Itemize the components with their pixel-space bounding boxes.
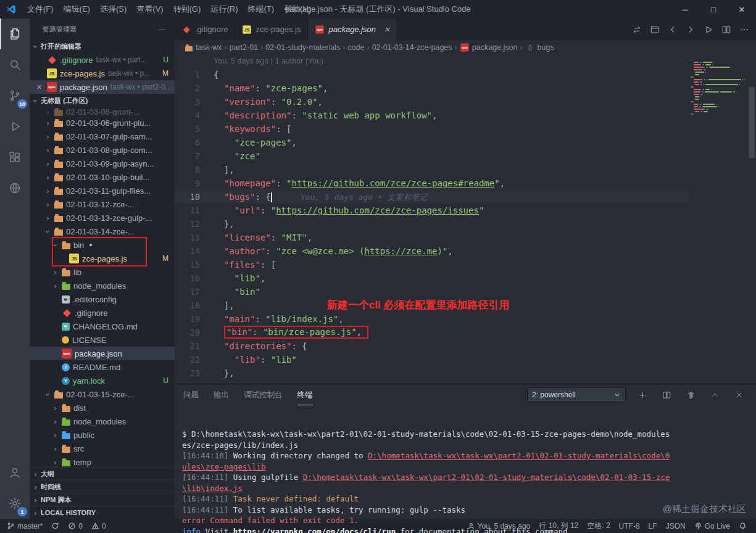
breadcrumb-item[interactable]: npmpackage.json	[460, 43, 518, 52]
code-line[interactable]: 9 "homepage": "https://github.com/zce/zc…	[175, 176, 689, 190]
code-line[interactable]: 7 "zce"	[175, 149, 689, 163]
panel-tab-调试控制台[interactable]: 调试控制台	[244, 384, 283, 405]
activity-bar-item-explorer[interactable]	[0, 19, 30, 49]
go-back-button[interactable]	[664, 21, 681, 38]
code-line[interactable]: 4 "description": "static web app workflo…	[175, 109, 689, 122]
tree-item[interactable]: ›02-01-03-15-zce-...	[30, 387, 175, 401]
menu-item[interactable]: 选择(S)	[95, 0, 131, 19]
breadcrumb-item[interactable]: code	[347, 43, 364, 52]
run-code-button[interactable]	[700, 21, 717, 38]
workspace-header[interactable]: › 无标题 (工作区)	[30, 94, 175, 107]
code-editor[interactable]: 1{2 "name": "zce-pages",3 "version": "0.…	[175, 68, 689, 380]
panel-tab-终端[interactable]: 终端	[297, 384, 313, 405]
editor-tab[interactable]: npmpackage.json✕	[308, 19, 397, 40]
code-line[interactable]: 12 },	[175, 217, 689, 231]
code-line[interactable]: 23 },	[175, 366, 689, 380]
code-line[interactable]: 3 "version": "0.2.0",	[175, 95, 689, 109]
tree-item[interactable]: ›bin●	[30, 238, 175, 252]
open-editor-item[interactable]: .gitignoretask-wx • part...U	[30, 53, 175, 67]
tree-item[interactable]: ›node_modules	[30, 279, 175, 292]
tree-item[interactable]: ›02-01-03-11-gulp-files...	[30, 184, 175, 197]
close-icon[interactable]: ✕	[384, 25, 390, 34]
split-editor-button[interactable]	[718, 21, 734, 38]
tree-item[interactable]: ›02-01-03-07-gulp-sam...	[30, 130, 175, 143]
kill-terminal-button[interactable]	[683, 387, 699, 403]
tree-item[interactable]: ›02-01-03-12-zce-...	[30, 197, 175, 211]
tree-item[interactable]: ›lib	[30, 265, 175, 279]
menu-item[interactable]: 转到(G)	[168, 0, 206, 19]
tree-item[interactable]: ›dist	[30, 401, 175, 415]
sidebar-section-NPM 脚本[interactable]: ›NPM 脚本	[30, 493, 175, 506]
code-line[interactable]: 15 "files": [	[175, 258, 689, 271]
code-line[interactable]: 20 "bin": "bin/zce-pages.js",	[175, 326, 689, 339]
tree-item[interactable]: ›02-01-03-06-grunt-...	[30, 107, 175, 116]
editor-tab[interactable]: JSzce-pages.js	[235, 19, 308, 40]
tree-item[interactable]: JSzce-pages.jsM	[30, 252, 175, 265]
split-terminal-button[interactable]	[658, 387, 675, 403]
minimize-button[interactable]: ─	[671, 0, 699, 19]
go-forward-button[interactable]	[682, 21, 699, 38]
code-line[interactable]: 11 "url": "https://github.com/zce/zce-pa…	[175, 204, 689, 217]
tree-item[interactable]: ›02-01-03-10-gulp-buil...	[30, 170, 175, 184]
open-editors-header[interactable]: › 打开的编辑器	[30, 39, 175, 53]
new-terminal-button[interactable]	[634, 387, 651, 403]
breadcrumb-item[interactable]: task-wx	[185, 43, 222, 52]
sidebar-section-LOCAL HISTORY[interactable]: ›LOCAL HISTORY	[30, 506, 175, 519]
code-line[interactable]: 13 "license": "MIT",	[175, 231, 689, 244]
code-line[interactable]: 1{	[175, 68, 689, 81]
terminal[interactable]: $ D:\hometask\task-wx\task-wx\part2-01\0…	[175, 405, 756, 519]
breadcrumb-item[interactable]: 02-01-study-materials	[265, 43, 340, 52]
breadcrumb-item[interactable]: {}bugs	[525, 43, 554, 52]
open-changes-button[interactable]	[628, 21, 645, 38]
activity-bar-item-run-and-debug[interactable]	[0, 111, 30, 142]
code-line[interactable]: 10 "bugs": {You, 5 days ago • 文案和笔记	[175, 190, 689, 204]
menu-item[interactable]: 编辑(E)	[59, 0, 95, 19]
activity-bar-item-settings[interactable]: 1	[0, 488, 30, 519]
activity-bar-item-source-control[interactable]: 10	[0, 80, 30, 111]
close-button[interactable]: ✕	[728, 0, 756, 19]
tree-item[interactable]: ›src	[30, 442, 175, 455]
tree-item[interactable]: ›02-01-03-09-gulp-asyn...	[30, 157, 175, 170]
maximize-panel-button[interactable]	[707, 387, 723, 403]
tree-item[interactable]: Yyarn.lockU	[30, 374, 175, 387]
scrollbar-thumb[interactable]	[749, 87, 755, 158]
close-panel-button[interactable]	[731, 387, 747, 403]
git-branch-status[interactable]: master*	[2, 519, 47, 533]
tree-item[interactable]: npmpackage.json	[30, 347, 175, 360]
maximize-button[interactable]: □	[699, 0, 728, 19]
tree-item[interactable]: ›node_modules	[30, 415, 175, 428]
activity-bar-item-account[interactable]	[0, 457, 30, 488]
code-line[interactable]: 5 "keywords": [	[175, 122, 689, 136]
more-actions-button[interactable]	[736, 21, 752, 38]
activity-bar-item-remote-explorer[interactable]	[0, 173, 30, 204]
tree-item[interactable]: ≡CHANGELOG.md	[30, 320, 175, 333]
code-line[interactable]: 19 "main": "lib/index.js",	[175, 312, 689, 326]
warnings-status[interactable]: 0	[87, 519, 110, 533]
tree-item[interactable]: iREADME.md	[30, 360, 175, 374]
tree-item[interactable]: .gitignore	[30, 306, 175, 320]
tree-item[interactable]: ›public	[30, 428, 175, 442]
minimap[interactable]	[689, 55, 747, 384]
tree-item[interactable]: ›02-01-03-14-zce-...	[30, 225, 175, 238]
sidebar-section-大纲[interactable]: ›大纲	[30, 467, 175, 480]
code-line[interactable]: 22 "lib": "lib"	[175, 353, 689, 366]
code-line[interactable]: 14 "author": "zce <w@zce.me> (https://zc…	[175, 244, 689, 258]
breadcrumb-item[interactable]: 02-01-03-14-zce-pages	[372, 43, 452, 52]
code-line[interactable]: 18 ],新建一个cli 必须在配置里添加路径引用	[175, 299, 689, 312]
code-line[interactable]: 2 "name": "zce-pages",	[175, 81, 689, 95]
activity-bar-item-extensions[interactable]	[0, 142, 30, 173]
panel-tab-输出[interactable]: 输出	[214, 384, 229, 405]
code-line[interactable]: 17 "bin"	[175, 285, 689, 299]
sync-status[interactable]	[47, 519, 64, 533]
menu-item[interactable]: 文件(F)	[22, 0, 59, 19]
breadcrumb-item[interactable]: part2-01	[230, 43, 259, 52]
code-line[interactable]: 21 "directories": {	[175, 339, 689, 353]
panel-tab-问题[interactable]: 问题	[183, 384, 199, 405]
terminal-shell-select[interactable]: 2: powershell	[527, 387, 626, 402]
editor-tab[interactable]: .gitignore	[175, 19, 235, 40]
open-editor-item[interactable]: ✕npmpackage.jsontask-wx • part2-0...	[30, 80, 175, 94]
open-editor-item[interactable]: JSzce-pages.jstask-wx • p...M	[30, 67, 175, 80]
sidebar-section-时间线[interactable]: ›时间线	[30, 480, 175, 493]
code-line[interactable]: 8 ],	[175, 163, 689, 176]
activity-bar-item-search[interactable]	[0, 49, 30, 80]
